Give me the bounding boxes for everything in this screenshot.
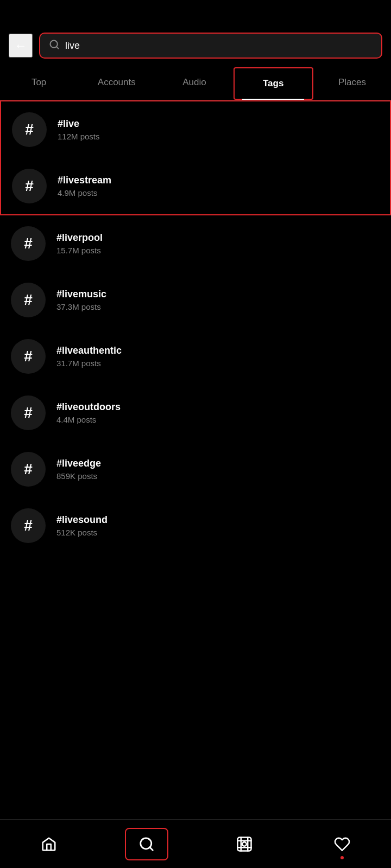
tag-posts-liveoutdoors: 4.4M posts (56, 415, 121, 424)
tag-posts-livemusic: 37.3M posts (56, 302, 106, 311)
nav-search[interactable] (125, 828, 168, 860)
hash-icon-liveauthentic: # (11, 339, 46, 374)
tag-info-livestream: #livestream 4.9M posts (58, 175, 111, 197)
tag-name-livestream: #livestream (58, 175, 111, 186)
home-icon (41, 836, 57, 852)
tab-tags[interactable]: Tags (234, 67, 313, 100)
tag-name-liveedge: #liveedge (56, 458, 101, 469)
back-button[interactable]: ← (9, 34, 33, 58)
search-bar[interactable]: live (39, 33, 382, 59)
tag-posts-live: 112M posts (58, 132, 100, 141)
tag-name-liverpool: #liverpool (56, 232, 103, 244)
tag-posts-livesound: 512K posts (56, 528, 108, 537)
search-nav-icon (138, 836, 155, 852)
tabs-bar: Top Accounts Audio Tags Places (0, 67, 391, 100)
svg-line-3 (150, 847, 153, 850)
likes-dot (340, 856, 344, 859)
tag-item-livestream[interactable]: # #livestream 4.9M posts (1, 158, 390, 214)
tag-item-liveoutdoors[interactable]: # #liveoutdoors 4.4M posts (0, 385, 391, 441)
heart-icon (334, 836, 350, 852)
back-arrow-icon: ← (14, 38, 27, 53)
hash-icon-livemusic: # (11, 283, 46, 317)
tag-info-liverpool: #liverpool 15.7M posts (56, 232, 103, 255)
highlighted-tags-section: # #live 112M posts # #livestream 4.9M po… (0, 100, 391, 215)
svg-line-1 (56, 46, 59, 48)
hash-icon-liveoutdoors: # (11, 395, 46, 430)
hash-icon-livesound: # (11, 508, 46, 543)
tag-name-live: #live (58, 118, 100, 130)
tag-item-liveedge[interactable]: # #liveedge 859K posts (0, 441, 391, 497)
tag-item-liverpool[interactable]: # #liverpool 15.7M posts (0, 215, 391, 272)
tag-info-live: #live 112M posts (58, 118, 100, 141)
tag-info-liveauthentic: #liveauthentic 31.7M posts (56, 345, 122, 368)
svg-rect-4 (238, 837, 251, 851)
tag-item-liveauthentic[interactable]: # #liveauthentic 31.7M posts (0, 328, 391, 385)
tag-name-livesound: #livesound (56, 514, 108, 526)
tag-posts-liverpool: 15.7M posts (56, 246, 103, 255)
hash-icon-live: # (12, 112, 47, 147)
tab-top[interactable]: Top (0, 67, 78, 100)
tag-info-livemusic: #livemusic 37.3M posts (56, 289, 106, 311)
search-icon (49, 39, 60, 53)
tag-item-live[interactable]: # #live 112M posts (1, 101, 390, 158)
tag-posts-liveedge: 859K posts (56, 471, 101, 481)
search-input-value: live (65, 40, 80, 52)
tag-name-livemusic: #livemusic (56, 289, 106, 300)
tag-info-liveoutdoors: #liveoutdoors 4.4M posts (56, 401, 121, 424)
nav-likes[interactable] (320, 828, 364, 860)
tag-item-livemusic[interactable]: # #livemusic 37.3M posts (0, 272, 391, 328)
tab-places[interactable]: Places (313, 67, 391, 100)
hash-icon-liveedge: # (11, 452, 46, 487)
header: ← live (0, 0, 391, 67)
reels-icon (236, 836, 253, 852)
tag-posts-livestream: 4.9M posts (58, 188, 111, 197)
nav-reels[interactable] (223, 828, 266, 860)
tag-name-liveoutdoors: #liveoutdoors (56, 401, 121, 413)
tab-accounts[interactable]: Accounts (78, 67, 155, 100)
tag-posts-liveauthentic: 31.7M posts (56, 359, 122, 368)
hash-icon-livestream: # (12, 169, 47, 203)
tag-info-livesound: #livesound 512K posts (56, 514, 108, 537)
tab-audio[interactable]: Audio (155, 67, 233, 100)
hash-icon-liverpool: # (11, 226, 46, 261)
tag-list: # #live 112M posts # #livestream 4.9M po… (0, 100, 391, 554)
tag-info-liveedge: #liveedge 859K posts (56, 458, 101, 481)
tag-name-liveauthentic: #liveauthentic (56, 345, 122, 356)
bottom-nav (0, 819, 391, 868)
nav-home[interactable] (27, 828, 71, 860)
tag-item-livesound[interactable]: # #livesound 512K posts (0, 497, 391, 554)
svg-point-5 (242, 842, 247, 846)
